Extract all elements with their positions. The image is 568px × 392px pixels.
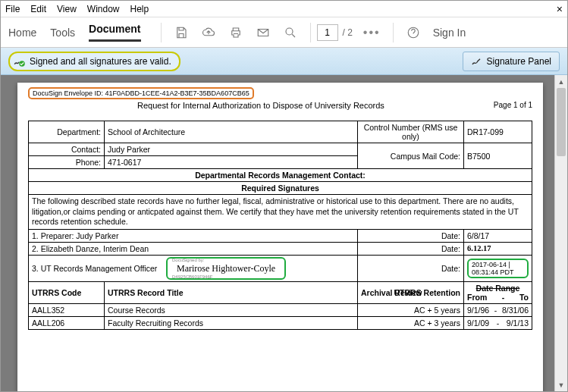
signature-panel-button[interactable]: Signature Panel <box>463 52 560 71</box>
save-icon[interactable] <box>174 25 189 40</box>
help-icon[interactable] <box>406 25 421 40</box>
rmo-date-cell: 2017-06-14 | 08:31:44 PDT <box>464 255 532 281</box>
docusign-by-label: DocuSigned by: <box>172 258 204 262</box>
separator <box>393 23 394 42</box>
header-fields-table: Department: School of Architecture Contr… <box>28 121 532 330</box>
toolbar: Home Tools Document / 2 ••• Sign In <box>1 17 567 48</box>
required-signatures-header: Required Signatures <box>29 182 532 195</box>
drmc-label: Departmental Records Management Contact: <box>29 169 532 182</box>
email-icon[interactable] <box>256 25 271 40</box>
utrrs-title: Faculty Recruiting Records <box>105 316 358 329</box>
control-number-label: Control Number (RMS use only) <box>358 121 464 143</box>
preparer-date-label: Date: <box>358 229 464 242</box>
rmo-row: 3. UT Records Management Officer DocuSig… <box>29 255 358 281</box>
separator <box>310 23 311 42</box>
utrrs-date-range-header: Date Range From-To <box>464 281 532 303</box>
signature-status-message: Signed and all signatures are valid. <box>8 52 180 71</box>
utrrs-archival-retention-header: Archival Review UTRRS Retention <box>358 281 464 303</box>
rmo-date-label: Date: <box>358 255 464 281</box>
docusign-signer-id: D4925CB601F946F <box>172 274 212 279</box>
control-number-value: DR17-099 <box>464 121 532 143</box>
mail-code-value: B7500 <box>464 143 532 169</box>
utrrs-code-header: UTRRS Code <box>29 281 105 303</box>
page-count-label: / 2 <box>343 27 353 38</box>
docusign-envelope-id: DocuSign Envelope ID: 41F0ADBD-1CEE-41A2… <box>28 87 254 99</box>
svg-point-0 <box>286 28 293 35</box>
contact-label: Contact: <box>29 143 105 156</box>
utrrs-retention: AC + 5 years <box>358 303 464 316</box>
utrrs-code: AALL352 <box>29 303 105 316</box>
close-icon[interactable]: × <box>557 3 563 15</box>
certification-text: The following described state records ha… <box>29 195 532 230</box>
signature-status-text: Signed and all signatures are valid. <box>30 56 171 67</box>
cloud-upload-icon[interactable] <box>201 25 216 40</box>
tab-tools[interactable]: Tools <box>50 27 75 39</box>
search-icon[interactable] <box>283 25 298 40</box>
separator <box>161 23 162 42</box>
utrrs-code: AALL206 <box>29 316 105 329</box>
scroll-up-icon[interactable]: ▲ <box>555 75 567 88</box>
rmo-label: 3. UT Records Management Officer <box>32 264 157 273</box>
docusign-signature-box: DocuSigned by: Marirose Hightower-Coyle … <box>166 257 286 280</box>
dean-date-value: 6.12.17 <box>464 242 532 255</box>
menu-window[interactable]: Window <box>87 4 120 14</box>
dean-date-label: Date: <box>358 242 464 255</box>
print-icon[interactable] <box>228 25 243 40</box>
document-viewport: DocuSign Envelope ID: 41F0ADBD-1CEE-41A2… <box>1 75 567 391</box>
menu-file[interactable]: File <box>5 4 20 14</box>
phone-value: 471-0617 <box>105 156 358 169</box>
utrrs-dates: 9/1/09-9/1/13 <box>464 316 532 329</box>
mail-code-label: Campus Mail Code: <box>358 143 464 169</box>
page-number-input[interactable] <box>317 24 338 41</box>
page-number-label: Page 1 of 1 <box>494 101 532 110</box>
tab-home[interactable]: Home <box>8 27 36 39</box>
pen-icon <box>471 55 483 67</box>
utrrs-retention: AC + 3 years <box>358 316 464 329</box>
menu-bar: File Edit View Window Help × <box>1 1 567 17</box>
preparer-label: 1. Preparer: Judy Parker <box>29 229 358 242</box>
table-row: AALL206 Faculty Recruiting Records AC + … <box>29 316 532 329</box>
vertical-scrollbar[interactable]: ▲ ▼ <box>554 75 567 391</box>
scroll-thumb[interactable] <box>557 88 566 156</box>
signature-valid-icon <box>13 55 27 68</box>
phone-label: Phone: <box>29 156 105 169</box>
preparer-date-value: 6/8/17 <box>464 229 532 242</box>
menu-edit[interactable]: Edit <box>30 4 46 14</box>
signature-panel-label: Signature Panel <box>487 56 551 67</box>
form-title: Request for Internal Authorization to Di… <box>28 101 494 110</box>
tab-document[interactable]: Document <box>89 23 140 42</box>
utrrs-title-header: UTRRS Record Title <box>105 281 358 303</box>
scroll-down-icon[interactable]: ▼ <box>555 378 567 391</box>
menu-help[interactable]: Help <box>130 4 149 14</box>
table-row: AALL352 Course Records AC + 5 years 9/1/… <box>29 303 532 316</box>
dean-label: 2. Elizabeth Danze, Interim Dean <box>29 242 358 255</box>
contact-value: Judy Parker <box>105 143 358 156</box>
pdf-page: DocuSign Envelope ID: 41F0ADBD-1CEE-41A2… <box>17 83 543 391</box>
utrrs-dates: 9/1/96-8/31/06 <box>464 303 532 316</box>
more-icon[interactable]: ••• <box>363 26 381 39</box>
dept-label: Department: <box>29 121 105 143</box>
dept-value: School of Architecture <box>105 121 358 143</box>
utrrs-title: Course Records <box>105 303 358 316</box>
signature-status-bar: Signed and all signatures are valid. Sig… <box>1 48 567 75</box>
docusign-timestamp: 2017-06-14 | 08:31:44 PDT <box>467 259 529 278</box>
sign-in-link[interactable]: Sign In <box>433 27 466 39</box>
menu-view[interactable]: View <box>57 4 77 14</box>
